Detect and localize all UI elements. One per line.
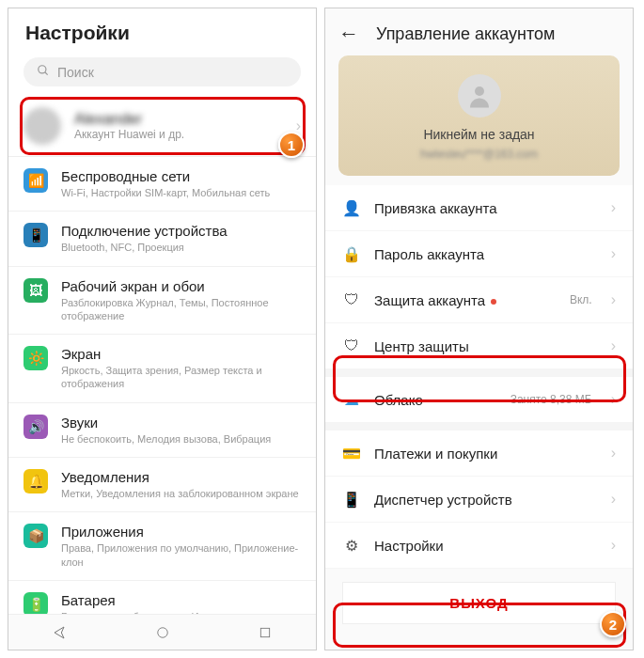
- row-label: Центр защиты: [374, 338, 598, 354]
- setting-title: Батарея: [61, 592, 301, 608]
- setting-title: Звуки: [61, 415, 301, 431]
- account-menu-row[interactable]: 👤 Привязка аккаунта ›: [325, 185, 633, 231]
- row-icon: 👤: [342, 198, 361, 217]
- setting-title: Экран: [61, 346, 301, 362]
- setting-row[interactable]: 🖼 Рабочий экран и обои Разблокировка Жур…: [8, 267, 316, 336]
- setting-icon: 📶: [24, 168, 48, 193]
- nickname-label: Никнейм не задан: [352, 127, 606, 142]
- row-icon: 🔒: [342, 244, 361, 263]
- setting-sub: Яркость, Защита зрения, Размер текста и …: [61, 364, 301, 391]
- setting-sub: Права, Приложения по умолчанию, Приложен…: [61, 541, 301, 569]
- search-placeholder: Поиск: [57, 65, 94, 80]
- callout-badge-1: 1: [278, 132, 305, 158]
- setting-sub: Не беспокоить, Мелодия вызова, Вибрация: [61, 432, 301, 446]
- setting-icon: 🔔: [24, 469, 48, 494]
- account-menu-row[interactable]: ⚙ Настройки ›: [325, 523, 633, 569]
- chevron-right-icon: ›: [611, 491, 616, 508]
- chevron-right-icon: ›: [611, 291, 616, 308]
- nav-home-button[interactable]: [153, 623, 172, 642]
- row-icon: ☁: [342, 390, 361, 409]
- setting-sub: Wi-Fi, Настройки SIM-карт, Мобильная сет…: [61, 186, 301, 199]
- setting-row[interactable]: 🔆 Экран Яркость, Защита зрения, Размер т…: [8, 335, 316, 403]
- setting-row[interactable]: 🔊 Звуки Не беспокоить, Мелодия вызова, В…: [8, 403, 316, 458]
- setting-row[interactable]: 🔔 Уведомления Метки, Уведомления на забл…: [8, 458, 316, 512]
- chevron-right-icon: ›: [611, 337, 616, 354]
- svg-line-1: [45, 72, 48, 75]
- account-menu-row[interactable]: 💳 Платежи и покупки ›: [325, 423, 633, 477]
- account-menu-row[interactable]: 📱 Диспетчер устройств ›: [325, 477, 633, 523]
- svg-point-2: [157, 627, 167, 637]
- account-menu-row[interactable]: 🛡 Защита аккаунтаВкл. ›: [325, 277, 633, 323]
- row-label: Платежи и покупки: [374, 446, 598, 462]
- setting-sub: Bluetooth, NFC, Проекция: [61, 241, 301, 254]
- setting-icon: 🔊: [24, 415, 48, 439]
- account-card[interactable]: Никнейм не задан hwtesteu****@163.com: [338, 55, 620, 176]
- account-menu-row[interactable]: 🛡 Центр защиты ›: [325, 323, 633, 369]
- row-icon: 💳: [342, 444, 361, 462]
- row-icon: 📱: [342, 490, 361, 509]
- account-sub: Аккаунт Huawei и др.: [74, 128, 283, 141]
- svg-rect-3: [260, 628, 269, 636]
- setting-title: Подключение устройства: [61, 223, 301, 239]
- account-row[interactable]: Alexander Аккаунт Huawei и др. ›: [8, 96, 316, 157]
- setting-title: Рабочий экран и обои: [61, 278, 301, 294]
- setting-row[interactable]: 📱 Подключение устройства Bluetooth, NFC,…: [8, 212, 316, 266]
- setting-title: Беспроводные сети: [61, 168, 301, 184]
- account-name: Alexander: [74, 111, 283, 128]
- row-label: Настройки: [374, 538, 598, 554]
- setting-row[interactable]: 📦 Приложения Права, Приложения по умолча…: [8, 512, 316, 581]
- avatar: [24, 107, 61, 145]
- settings-screen: Настройки Поиск Alexander Аккаунт Huawei…: [8, 8, 317, 650]
- row-icon: ⚙: [342, 536, 361, 555]
- row-icon: 🛡: [342, 337, 361, 355]
- page-title: Настройки: [8, 8, 316, 54]
- account-management-screen: ← Управление аккаунтом Никнейм не задан …: [324, 8, 634, 650]
- search-input[interactable]: Поиск: [24, 57, 301, 86]
- setting-sub: Разблокировка Журнал, Темы, Постоянное о…: [61, 296, 301, 323]
- android-navbar: [8, 614, 316, 650]
- row-value: Занято 8,38 МБ: [510, 393, 592, 406]
- nav-recent-button[interactable]: [256, 623, 275, 642]
- setting-title: Приложения: [61, 524, 301, 540]
- chevron-right-icon: ›: [611, 245, 616, 262]
- account-menu-row[interactable]: ☁ ОблакоЗанято 8,38 МБ ›: [325, 369, 633, 423]
- row-icon: 🛡: [342, 290, 361, 309]
- nav-back-button[interactable]: [51, 623, 70, 642]
- chevron-right-icon: ›: [611, 199, 616, 216]
- setting-icon: 🖼: [24, 278, 48, 303]
- row-value: Вкл.: [570, 293, 592, 306]
- email-label: hwtesteu****@163.com: [352, 148, 606, 161]
- chevron-right-icon: ›: [611, 537, 616, 554]
- setting-row[interactable]: 📶 Беспроводные сети Wi-Fi, Настройки SIM…: [8, 157, 316, 212]
- back-button[interactable]: ←: [338, 22, 359, 46]
- row-label: Пароль аккаунта: [374, 246, 598, 262]
- row-label: Привязка аккаунта: [374, 200, 598, 216]
- setting-title: Уведомления: [61, 469, 301, 485]
- setting-icon: 🔆: [24, 346, 48, 370]
- page-title: Управление аккаунтом: [376, 24, 555, 44]
- svg-point-4: [475, 86, 484, 96]
- chevron-right-icon: ›: [611, 445, 616, 462]
- row-label: Облако: [374, 392, 497, 408]
- setting-sub: Метки, Уведомления на заблокированном эк…: [61, 487, 301, 500]
- search-icon: [37, 64, 50, 80]
- row-label: Защита аккаунта: [374, 292, 557, 308]
- avatar-placeholder: [458, 74, 501, 118]
- setting-icon: 📦: [24, 524, 48, 548]
- svg-point-0: [39, 66, 46, 73]
- callout-badge-2: 2: [600, 611, 626, 637]
- alert-dot: [491, 299, 496, 305]
- setting-icon: 📱: [24, 223, 48, 247]
- logout-button[interactable]: ВЫХОД: [342, 582, 616, 624]
- row-label: Диспетчер устройств: [374, 492, 598, 508]
- chevron-right-icon: ›: [611, 391, 616, 408]
- account-menu-row[interactable]: 🔒 Пароль аккаунта ›: [325, 231, 633, 277]
